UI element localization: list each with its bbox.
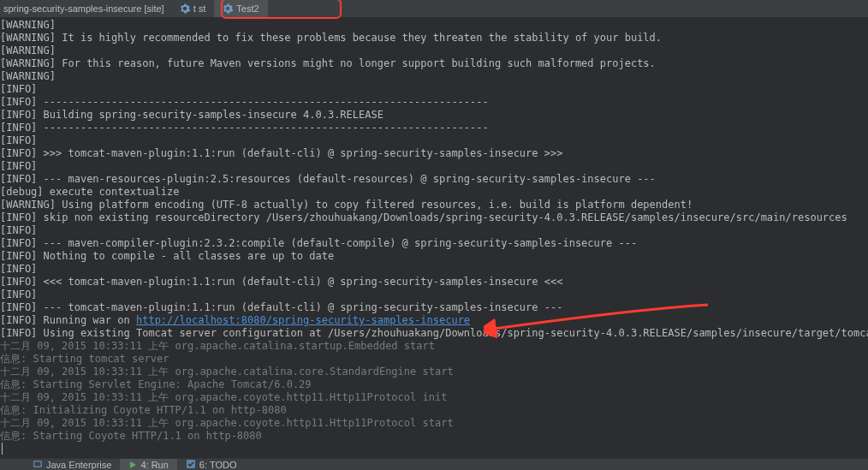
console-line: [INFO] — [0, 263, 868, 276]
console-line: [INFO] --- maven-resources-plugin:2.5:re… — [0, 173, 868, 186]
console-line: [WARNING] — [0, 45, 868, 57]
console-line: [INFO] Building spring-security-samples-… — [0, 109, 868, 122]
console-line: 信息: Starting tomcat server — [0, 353, 868, 366]
console-line: [INFO] <<< tomcat-maven-plugin:1.1:run (… — [0, 276, 868, 289]
tool-window-bar: Java Enterprise 4: Run 6: TODO — [0, 458, 868, 470]
console-line: [INFO] Running war on http://localhost:8… — [0, 314, 868, 327]
console-line: [debug] execute contextualize — [0, 186, 868, 199]
server-url-link[interactable]: http://localhost:8080/spring-security-sa… — [136, 314, 470, 326]
console-line: [INFO] — [0, 224, 868, 237]
tool-tab-label: Java Enterprise — [46, 460, 111, 470]
console-line: [INFO] ---------------------------------… — [0, 96, 868, 109]
run-tab-label: Test2 — [236, 3, 259, 14]
console-line: 信息: Starting Servlet Engine: Apache Tomc… — [0, 378, 868, 391]
console-line: [WARNING] — [0, 70, 868, 83]
svg-rect-1 — [35, 461, 41, 466]
console-line: 十二月 09, 2015 10:33:11 上午 org.apache.coyo… — [0, 417, 868, 430]
console-line: [INFO] ---------------------------------… — [0, 122, 868, 134]
console-line: 信息: Starting Coyote HTTP/1.1 on http-808… — [0, 430, 868, 443]
console-line: 信息: Initializing Coyote HTTP/1.1 on http… — [0, 404, 868, 417]
gear-icon — [223, 3, 233, 14]
todo-icon — [186, 459, 196, 471]
caret — [2, 443, 3, 455]
console-line: [INFO] --- tomcat-maven-plugin:1.1:run (… — [0, 301, 868, 314]
console-text: [INFO] Running war on — [0, 314, 136, 326]
run-tabs: t st Test2 — [171, 0, 268, 17]
console-line: [WARNING] Using platform encoding (UTF-8… — [0, 199, 868, 211]
gear-icon — [180, 3, 190, 14]
console-line: 十二月 09, 2015 10:33:11 上午 org.apache.cata… — [0, 366, 868, 378]
run-toolbar: spring-security-samples-insecure [site] … — [0, 0, 868, 17]
console-line: [INFO] — [0, 160, 868, 173]
gutter-handle[interactable] — [0, 17, 5, 62]
tool-tab-java-enterprise[interactable]: Java Enterprise — [24, 459, 120, 470]
run-tab-test2[interactable]: Test2 — [214, 0, 267, 17]
java-ee-icon — [33, 459, 43, 471]
run-tab-test[interactable]: t st — [171, 0, 215, 17]
console-line: [INFO] Using existing Tomcat server conf… — [0, 327, 868, 340]
console-line: [INFO] Nothing to compile - all classes … — [0, 250, 868, 263]
console-output[interactable]: [WARNING][WARNING] It is highly recommen… — [0, 17, 868, 455]
console-line: 十二月 09, 2015 10:33:11 上午 org.apache.cata… — [0, 340, 868, 353]
console-line: [INFO] — [0, 134, 868, 147]
console-line: [WARNING] For this reason, future Maven … — [0, 57, 868, 70]
console-line: [INFO] — [0, 289, 868, 301]
play-icon — [128, 461, 137, 469]
console-caret-line[interactable] — [0, 443, 868, 455]
console-line: [INFO] skip non existing resourceDirecto… — [0, 211, 868, 224]
run-config-label: spring-security-samples-insecure [site] — [0, 3, 171, 14]
run-tab-label: t st — [193, 3, 206, 14]
console-line: [INFO] --- maven-compiler-plugin:2.3.2:c… — [0, 237, 868, 250]
console-line: [WARNING] — [0, 19, 868, 32]
console-line: [WARNING] It is highly recommended to fi… — [0, 32, 868, 45]
console-line: 十二月 09, 2015 10:33:11 上午 org.apache.coyo… — [0, 391, 868, 404]
tool-tab-todo[interactable]: 6: TODO — [177, 459, 246, 470]
console-line: [INFO] >>> tomcat-maven-plugin:1.1:run (… — [0, 147, 868, 160]
tool-tab-label: 4: Run — [140, 460, 168, 470]
tool-tab-label: 6: TODO — [199, 460, 237, 470]
tool-tab-run[interactable]: 4: Run — [120, 459, 176, 470]
console-line: [INFO] — [0, 83, 868, 96]
